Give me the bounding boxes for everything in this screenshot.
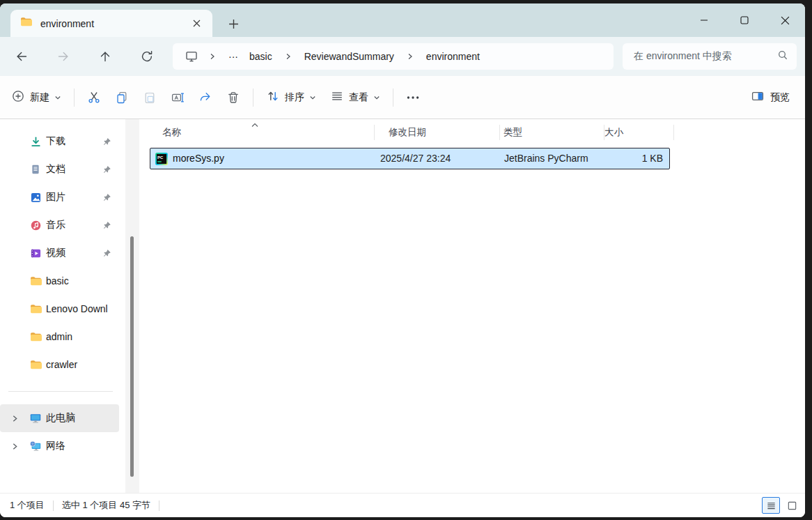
sidebar-item-documents[interactable]: 文档 [0, 155, 119, 183]
share-button[interactable] [192, 84, 219, 112]
sidebar-item-videos[interactable]: 视频 [0, 239, 119, 267]
sidebar-item-this-pc[interactable]: 此电脑 [0, 404, 119, 432]
file-name: moreSys.py [173, 153, 224, 164]
sidebar-item-label: Lenovo Downl [46, 303, 118, 314]
sort-arrows-icon [266, 89, 280, 106]
sidebar-item-music[interactable]: 音乐 [0, 211, 119, 239]
status-bar: 1 个项目 选中 1 个项目 45 字节 [0, 493, 805, 517]
toolbar-divider [74, 89, 75, 107]
toolbar-divider [253, 89, 253, 107]
explorer-window: environment [0, 3, 805, 517]
new-tab-button[interactable] [224, 15, 242, 33]
up-button[interactable] [94, 45, 116, 68]
sidebar-item-downloads[interactable]: 下载 [0, 128, 119, 155]
chevron-down-icon [373, 91, 380, 104]
new-button[interactable]: 新建 [4, 85, 68, 110]
network-icon [29, 440, 42, 452]
tab-close-icon[interactable] [187, 15, 205, 33]
column-separator[interactable] [673, 125, 674, 140]
sidebar-item-label: 下载 [46, 135, 100, 148]
breadcrumb-item-basic[interactable]: basic [244, 48, 278, 65]
chevron-right-icon [403, 49, 418, 64]
sidebar-item-label: basic [46, 275, 100, 286]
sidebar-item-admin[interactable]: admin [0, 323, 119, 351]
sidebar-item-label: 文档 [46, 163, 100, 176]
sort-button-label: 排序 [285, 91, 304, 104]
refresh-button[interactable] [136, 45, 158, 68]
column-header-modified[interactable]: 修改日期 [389, 126, 426, 139]
sidebar-divider [8, 391, 113, 392]
chevron-right-icon [281, 49, 296, 64]
preview-button[interactable]: 预览 [751, 89, 790, 106]
sidebar-item-crawler[interactable]: crawler [0, 351, 119, 378]
breadcrumb-item-reviewandsummary[interactable]: ReviewandSummary [299, 48, 400, 65]
details-view-button[interactable] [762, 497, 780, 514]
music-icon [29, 219, 42, 231]
sidebar-item-label: 音乐 [46, 219, 100, 231]
tab-bar: environment [0, 3, 805, 37]
svg-text:PC: PC [157, 155, 164, 160]
pin-icon [102, 248, 111, 258]
cut-button[interactable] [80, 84, 108, 112]
minimize-button[interactable] [688, 6, 720, 34]
sidebar-item-pictures[interactable]: 图片 [0, 183, 119, 211]
file-modified-date: 2025/4/27 23:24 [380, 153, 451, 164]
sidebar-item-network[interactable]: 网络 [0, 432, 119, 460]
folder-icon [20, 16, 32, 31]
chevron-right-icon[interactable] [10, 441, 19, 451]
view-button[interactable]: 查看 [323, 85, 387, 110]
forward-button[interactable] [52, 45, 75, 68]
videos-icon [29, 247, 42, 259]
body-area: 下载 文档 图片 [0, 119, 805, 493]
paste-button[interactable] [136, 84, 164, 112]
file-row-moresys[interactable]: PC moreSys.py 2025/4/27 23:24 JetBrains … [150, 148, 670, 169]
folder-icon [29, 330, 42, 343]
folder-icon [29, 358, 42, 371]
tab-environment[interactable]: environment [10, 10, 212, 37]
column-header-size[interactable]: 大小 [604, 126, 623, 139]
maximize-button[interactable] [728, 6, 760, 34]
breadcrumb-overflow[interactable]: ··· [223, 48, 244, 65]
back-button[interactable] [10, 45, 33, 68]
rename-button[interactable] [164, 84, 192, 112]
breadcrumb-item-environment[interactable]: environment [421, 48, 485, 65]
pin-icon [102, 137, 111, 146]
sidebar-item-lenovo-downloads[interactable]: Lenovo Downl [0, 295, 119, 323]
preview-button-label: 预览 [770, 91, 790, 104]
sort-ascending-icon [251, 118, 259, 131]
close-button[interactable] [769, 6, 801, 34]
column-header-name[interactable]: 名称 [162, 126, 181, 139]
sidebar-item-label: admin [46, 331, 100, 342]
column-separator[interactable] [374, 125, 375, 140]
copy-button[interactable] [108, 84, 136, 112]
pycharm-file-icon: PC [155, 153, 168, 165]
new-button-label: 新建 [30, 91, 49, 104]
sort-button[interactable]: 排序 [259, 85, 323, 110]
item-count: 1 个项目 [10, 499, 45, 512]
chevron-down-icon [309, 91, 316, 104]
window-controls [680, 3, 801, 37]
pin-icon [102, 192, 111, 202]
tab-title: environment [40, 18, 187, 29]
breadcrumb: ··· basic ReviewandSummary environment [173, 43, 614, 70]
large-icons-view-button[interactable] [783, 497, 801, 514]
status-divider [159, 500, 159, 511]
chevron-right-icon[interactable] [10, 413, 19, 423]
delete-button[interactable] [219, 84, 247, 112]
folder-icon [29, 303, 42, 315]
column-header-type[interactable]: 类型 [503, 126, 522, 139]
more-options-button[interactable] [399, 84, 427, 112]
column-separator[interactable] [499, 125, 500, 140]
this-pc-icon [29, 412, 42, 425]
sidebar-item-label: 网络 [46, 440, 100, 452]
search-input[interactable]: 在 environment 中搜索 [623, 43, 797, 70]
sidebar-item-basic[interactable]: basic [0, 267, 119, 295]
selection-info: 选中 1 个项目 45 字节 [62, 499, 150, 512]
sidebar-item-label: 图片 [46, 191, 100, 204]
sidebar-scrollbar-thumb[interactable] [130, 236, 134, 477]
search-placeholder: 在 environment 中搜索 [634, 50, 777, 63]
this-pc-icon[interactable] [181, 46, 202, 67]
navigation-bar: ··· basic ReviewandSummary environment 在… [0, 37, 805, 76]
sidebar-scrollbar-track[interactable] [125, 119, 139, 493]
view-lines-icon [330, 89, 344, 106]
